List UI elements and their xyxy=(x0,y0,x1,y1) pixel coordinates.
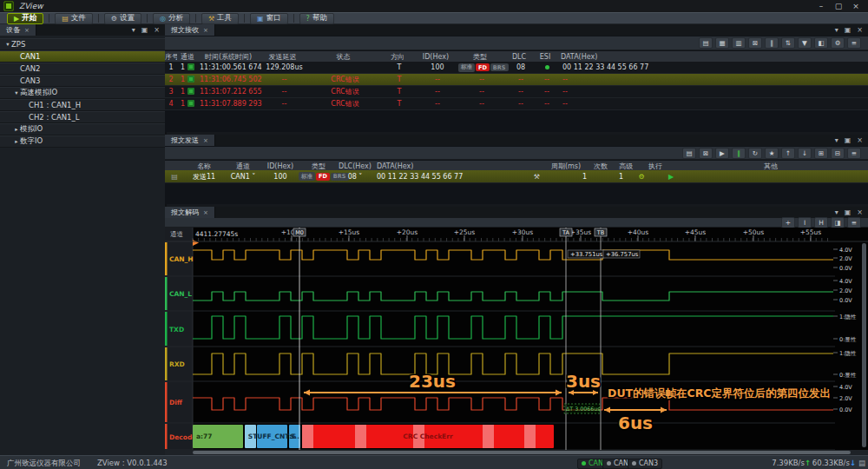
status-channel-can3[interactable]: CAN3 xyxy=(628,459,662,469)
sidebar-item-can3[interactable]: CAN3 xyxy=(0,75,165,87)
execute-play-icon[interactable]: ▶ xyxy=(668,173,674,181)
loop-icon[interactable]: ↻ xyxy=(748,148,762,159)
menu-help-button[interactable]: ?帮助 xyxy=(299,13,334,24)
settings-icon[interactable]: ⚙ xyxy=(831,37,845,49)
send-channel[interactable]: CAN1 ˅ xyxy=(231,173,256,181)
waveform-view[interactable]: 通道4411.27745s+10us+15us+20us+25us+30us+3… xyxy=(165,228,868,455)
cursor-flag-label: TA xyxy=(562,229,569,236)
sidebar-item--io[interactable]: ▾高速模拟IO xyxy=(0,87,165,99)
menu-icon[interactable]: ≡ xyxy=(847,217,861,228)
menu-analysis-button[interactable]: ◎分析 xyxy=(153,13,190,24)
send-dlc[interactable]: 08 ˅ xyxy=(348,173,363,181)
display-icon[interactable]: ◧ xyxy=(814,37,828,49)
tab-receive[interactable]: 报文接收 × xyxy=(165,24,215,36)
clear-icon[interactable]: ⊠ xyxy=(748,37,762,49)
tab-close-icon[interactable]: × xyxy=(203,27,208,34)
menu-icon[interactable]: ≡ xyxy=(847,37,861,49)
table-row[interactable]: 2111:31:06.745 502--CRC错误T---------- xyxy=(165,74,868,86)
minimize-button[interactable]: – xyxy=(814,2,828,10)
expander-icon[interactable]: ▾ xyxy=(13,89,20,96)
duration-annotation: 6us xyxy=(618,413,653,433)
tab-close-icon[interactable]: × xyxy=(24,27,30,34)
menu-settings-button[interactable]: ⚙设置 xyxy=(104,13,141,24)
menu-file-button[interactable]: ▤文件 xyxy=(55,13,93,24)
menu-tools-button[interactable]: ⚒工具 xyxy=(201,13,239,24)
tab-device[interactable]: 设备 × xyxy=(0,24,36,36)
clear-icon[interactable]: ⊠ xyxy=(699,148,713,159)
row-status: CRC错误 xyxy=(331,76,358,83)
expander-icon[interactable]: ▸ xyxy=(13,126,20,133)
sidebar-item-ch2-can1-l[interactable]: CH2 : CAN1_L xyxy=(0,111,165,123)
autoscroll-icon[interactable]: ⇅ xyxy=(781,37,795,49)
table-row[interactable]: 4111:31:07.889 293--CRC错误T---------- xyxy=(165,98,868,110)
measure-horizontal-icon[interactable]: H xyxy=(814,217,828,228)
send-period[interactable]: 1 xyxy=(582,173,587,181)
cursor-add-icon[interactable]: + xyxy=(781,217,795,228)
save-icon[interactable]: ▤ xyxy=(699,37,713,49)
sidebar-item-ch1-can1-h[interactable]: CH1 : CAN1_H xyxy=(0,99,165,111)
receive-toolbar: ▤▦▥⊠‖⇅▼◧⚙≡ xyxy=(165,36,868,50)
send-count[interactable]: 1 xyxy=(619,173,623,181)
move-down-icon[interactable]: ↓ xyxy=(798,148,812,159)
decode-block-stripe xyxy=(302,425,313,448)
channel-status-icon xyxy=(187,63,194,70)
close-panel-icon[interactable]: × xyxy=(857,136,863,144)
tab-close-icon[interactable]: × xyxy=(203,209,208,216)
float-window-icon[interactable]: ▣ xyxy=(845,136,852,144)
close-panel-icon[interactable]: × xyxy=(154,26,160,34)
channel-label-rxd: RXD xyxy=(169,360,185,368)
scale-label: 0.0V xyxy=(839,297,852,304)
vscrollbar-thumb[interactable] xyxy=(862,243,866,447)
pause-icon[interactable]: ‖ xyxy=(765,37,779,49)
tab-receive-label: 报文接收 xyxy=(171,25,199,35)
dropdown-icon[interactable]: ▾ xyxy=(132,26,135,34)
export-icon[interactable]: ▥ xyxy=(732,37,746,49)
dropdown-icon[interactable]: ▾ xyxy=(835,136,838,144)
menu-icon[interactable]: ≡ xyxy=(847,148,861,159)
send-row[interactable]: ▤发送11CAN1 ˅100标准FDBRS08 ˅00 11 22 33 44 … xyxy=(165,170,868,183)
ruler-tick-label: +50us xyxy=(743,228,765,236)
dropdown-icon[interactable]: ▾ xyxy=(835,26,838,34)
rxd-color-strip xyxy=(165,347,168,380)
dropdown-icon[interactable]: ▾ xyxy=(835,208,838,216)
sidebar-item--io[interactable]: ▸模拟IO xyxy=(0,123,165,135)
float-window-icon[interactable]: ▣ xyxy=(845,208,852,216)
tab-send[interactable]: 报文发送 × xyxy=(165,135,215,146)
send-data[interactable]: 00 11 22 33 44 55 66 77 xyxy=(377,173,463,181)
tree-item-label: CAN2 xyxy=(20,64,41,73)
start-all-icon[interactable]: ▶ xyxy=(715,148,729,159)
table-row[interactable]: 1111:31:00.561 674129.208usT100标准FDBRS08… xyxy=(165,62,868,74)
hscrollbar-thumb[interactable] xyxy=(193,451,851,454)
sidebar-item--io[interactable]: ▸数字IO xyxy=(0,135,165,148)
filter-icon[interactable]: ▼ xyxy=(798,37,812,49)
expander-icon[interactable]: ▾ xyxy=(4,41,11,48)
tab-decode[interactable]: 报文解码 × xyxy=(165,207,215,218)
save-icon[interactable]: ▤ xyxy=(682,148,696,159)
sidebar-item-zps[interactable]: ▾ZPS xyxy=(0,38,165,50)
close-panel-icon[interactable]: × xyxy=(857,26,863,34)
open-icon[interactable]: ▦ xyxy=(715,37,729,49)
sidebar-item-can2[interactable]: CAN2 xyxy=(0,63,165,75)
menu-window-button[interactable]: ▣窗口 xyxy=(250,13,288,24)
menu-start-button[interactable]: ▶开始 xyxy=(7,13,43,24)
send-id[interactable]: 100 xyxy=(273,173,286,181)
advanced-gear-icon[interactable]: ⚙ xyxy=(638,173,644,181)
display-icon[interactable]: ◨ xyxy=(831,217,845,228)
pause-all-icon[interactable]: ‖ xyxy=(732,148,746,159)
maximize-button[interactable]: ▢ xyxy=(832,2,845,10)
receive-panel: 报文接收 × ▾▣× ▤▦▥⊠‖⇅▼◧⚙≡ 序号通道时间(系统时间)发送延迟状态… xyxy=(165,24,868,132)
move-up-icon[interactable]: ↑ xyxy=(781,148,795,159)
float-window-icon[interactable]: ▣ xyxy=(845,26,852,34)
close-button[interactable]: × xyxy=(849,2,863,10)
sidebar-item-can1[interactable]: CAN1 xyxy=(0,50,165,63)
table-row[interactable]: 3111:31:07.212 655--CRC错误T---------- xyxy=(165,86,868,98)
add-icon[interactable]: ⊞ xyxy=(814,148,828,159)
remove-icon[interactable]: ⊟ xyxy=(831,148,845,159)
float-window-icon[interactable]: ▣ xyxy=(141,26,148,34)
favorite-icon[interactable]: ★ xyxy=(765,148,779,159)
tab-close-icon[interactable]: × xyxy=(203,137,208,144)
close-panel-icon[interactable]: × xyxy=(857,208,863,216)
expander-icon[interactable]: ▸ xyxy=(13,138,20,145)
edit-data-wrench-icon[interactable]: ⚒ xyxy=(534,173,545,181)
measure-vertical-icon[interactable]: I xyxy=(798,217,812,228)
